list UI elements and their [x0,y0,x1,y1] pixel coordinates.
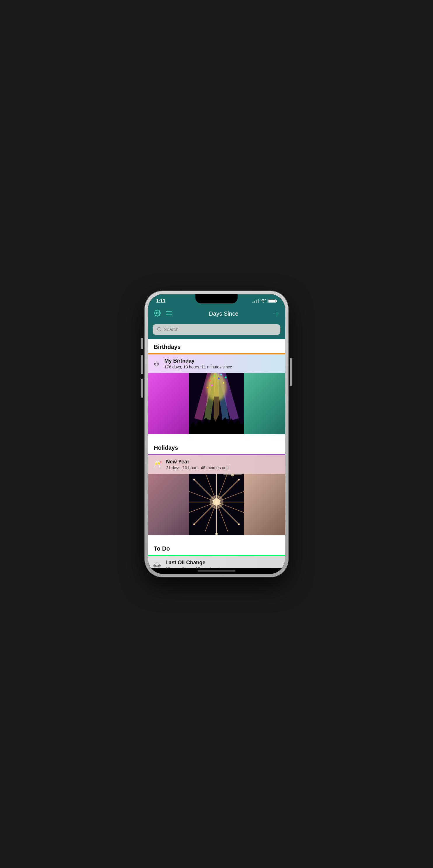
signal-dot-1 [252,302,254,303]
fireworks-right [244,474,285,535]
svg-point-48 [193,478,195,480]
battery-icon [267,299,277,303]
birthday-icon: ☺ [153,359,161,368]
svg-point-0 [156,312,158,314]
new-year-icon: 🥂 [153,460,162,469]
add-event-button[interactable]: + [275,309,279,318]
oil-change-name: Last Oil Change [166,560,226,566]
mute-button[interactable] [141,338,143,349]
fireworks-center [189,474,244,535]
svg-point-46 [193,524,195,525]
birthdays-title: Birthdays [154,344,181,350]
signal-dot-2 [254,301,255,303]
holidays-header: Holidays [148,440,285,454]
gap-1 [148,434,285,440]
oil-change-icon [153,560,161,568]
svg-point-40 [210,495,224,509]
signal-dot-3 [256,300,257,303]
search-icon [157,327,161,332]
svg-point-16 [223,382,224,383]
svg-line-5 [160,330,161,331]
birthdays-section: Birthdays ☺ My Birthday 176 days, 13 hou… [148,339,285,434]
svg-point-13 [209,380,210,381]
oil-change-text: Last Oil Change 92 days, 1 hour, 10 minu… [166,560,226,568]
oil-change-card[interactable]: Last Oil Change 92 days, 1 hour, 10 minu… [148,556,285,568]
oil-change-subtitle: 92 days, 1 hour, 10 minutes since [166,566,226,568]
volume-up-button[interactable] [141,355,143,374]
my-birthday-card[interactable]: ☺ My Birthday 176 days, 13 hours, 11 min… [148,354,285,434]
birthdays-header: Birthdays [148,339,285,353]
phone-screen: 1:11 [148,294,285,574]
new-year-card[interactable]: 🥂 New Year 21 days, 10 hours, 48 minutes… [148,455,285,535]
svg-point-17 [211,384,213,386]
svg-rect-59 [156,563,158,564]
new-year-name: New Year [166,459,229,465]
holidays-section: Holidays 🥂 New Year 21 days, 10 hours, 4… [148,440,285,535]
new-year-image [148,474,285,535]
home-bar [198,570,235,571]
content-area: Birthdays ☺ My Birthday 176 days, 13 hou… [148,339,285,568]
navigation-bar: Days Since + [148,306,285,322]
search-input[interactable]: Search [164,327,179,332]
svg-point-44 [238,524,240,525]
notch [196,294,238,303]
status-icons [252,299,277,304]
svg-point-14 [213,375,215,377]
birthday-left-gradient [148,373,189,434]
todo-title: To Do [154,545,170,552]
search-bar[interactable]: Search [153,324,280,335]
phone-frame: 1:11 [145,291,288,577]
svg-point-42 [238,478,240,480]
signal-dot-4 [258,299,259,303]
todo-header: To Do [148,541,285,555]
svg-point-19 [207,387,208,388]
birthday-subtitle: 176 days, 13 hours, 11 minutes since [165,365,232,369]
new-year-subtitle: 21 days, 10 hours, 48 minutes until [166,465,229,470]
settings-button[interactable] [154,310,161,318]
gap-2 [148,535,285,541]
status-bar: 1:11 [148,294,285,306]
new-year-text: New Year 21 days, 10 hours, 48 minutes u… [166,459,229,470]
volume-down-button[interactable] [141,379,143,398]
svg-point-18 [220,374,222,375]
nav-left-buttons [154,310,172,318]
birthday-right-gradient [244,373,285,434]
fireworks-left [148,474,189,535]
app-title: Days Since [172,310,275,317]
todo-section: To Do [148,541,285,568]
birthday-name: My Birthday [165,358,232,364]
status-time: 1:11 [156,298,166,304]
birthday-text: My Birthday 176 days, 13 hours, 11 minut… [165,358,232,369]
power-button[interactable] [290,358,292,386]
search-container: Search [148,322,285,339]
signal-icon [252,299,259,303]
holidays-title: Holidays [154,444,178,451]
home-indicator [148,568,285,574]
birthday-concert-center [189,373,244,434]
list-button[interactable] [166,310,172,318]
wifi-icon [261,299,266,304]
svg-point-20 [225,377,226,378]
svg-point-15 [218,377,220,379]
